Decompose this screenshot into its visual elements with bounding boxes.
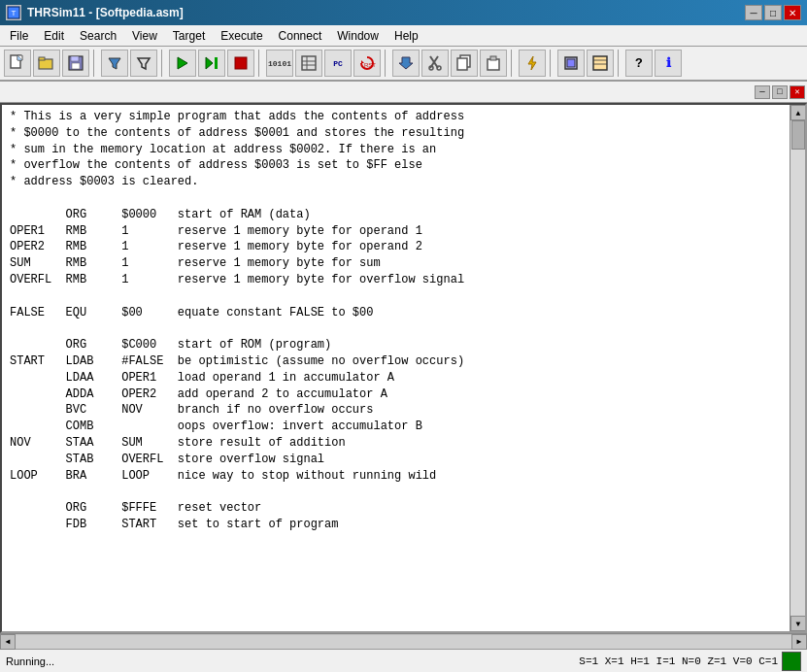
toolbar-cut[interactable] xyxy=(421,50,449,77)
status-running: Running... xyxy=(6,655,54,667)
sep6 xyxy=(550,50,554,77)
toolbar-help-btn[interactable]: ? xyxy=(625,50,653,77)
menu-file[interactable]: File xyxy=(2,25,36,46)
minimize-button[interactable]: ─ xyxy=(745,5,762,20)
scroll-up-arrow[interactable]: ▲ xyxy=(790,105,806,120)
toolbar-run[interactable] xyxy=(169,50,196,77)
menu-edit[interactable]: Edit xyxy=(36,25,72,46)
svg-rect-29 xyxy=(490,56,496,60)
toolbar-mem-view[interactable] xyxy=(295,50,322,77)
toolbar-reset[interactable]: RST xyxy=(353,50,381,77)
svg-marker-21 xyxy=(399,57,413,69)
sep2 xyxy=(161,50,165,77)
status-registers: S=1 X=1 H=1 I=1 N=0 Z=1 V=0 C=1 xyxy=(579,655,778,667)
sep7 xyxy=(618,50,622,77)
status-bar: Running... S=1 X=1 H=1 I=1 N=0 Z=1 V=0 C… xyxy=(0,649,807,672)
svg-marker-10 xyxy=(138,58,150,69)
svg-marker-11 xyxy=(178,57,187,69)
toolbar: 10101 PC RST ? ℹ xyxy=(0,47,807,82)
inner-menu-bar: ─ □ ✕ xyxy=(0,82,807,103)
inner-close[interactable]: ✕ xyxy=(790,85,805,99)
svg-rect-28 xyxy=(488,59,499,70)
svg-marker-9 xyxy=(109,58,120,69)
menu-connect[interactable]: Connect xyxy=(271,25,330,46)
menu-bar: File Edit Search View Target Execute Con… xyxy=(0,25,807,47)
toolbar-open[interactable] xyxy=(33,50,60,77)
toolbar-pc[interactable]: PC xyxy=(324,50,352,77)
svg-rect-27 xyxy=(457,58,467,70)
inner-minimize[interactable]: ─ xyxy=(755,85,770,99)
svg-rect-33 xyxy=(593,56,607,70)
code-container: * This is a very simple program that add… xyxy=(0,103,807,633)
svg-text:T: T xyxy=(12,9,17,17)
svg-text:RST: RST xyxy=(364,62,376,68)
title-bar-left: T THRSim11 - [Softpedia.asm] xyxy=(6,5,184,20)
menu-view[interactable]: View xyxy=(124,25,165,46)
window-title: THRSim11 - [Softpedia.asm] xyxy=(27,6,184,19)
svg-rect-7 xyxy=(71,56,79,61)
toolbar-filter2[interactable] xyxy=(130,50,157,77)
svg-rect-32 xyxy=(567,59,575,67)
menu-execute[interactable]: Execute xyxy=(213,25,270,46)
scroll-down-arrow[interactable]: ▼ xyxy=(790,616,806,631)
hscroll-track xyxy=(16,635,791,649)
status-indicator xyxy=(782,652,801,671)
toolbar-lightning[interactable] xyxy=(519,50,546,77)
inner-maximize[interactable]: □ xyxy=(772,85,788,99)
inner-menu-right: ─ □ ✕ xyxy=(755,85,805,99)
horizontal-scrollbar: ◀ ▶ xyxy=(0,633,807,649)
maximize-button[interactable]: □ xyxy=(764,5,782,20)
toolbar-save[interactable] xyxy=(62,50,89,77)
window-controls: ─ □ ✕ xyxy=(745,5,801,20)
toolbar-step[interactable] xyxy=(198,50,225,77)
toolbar-copy[interactable] xyxy=(451,50,478,77)
sep5 xyxy=(511,50,515,77)
menu-help[interactable]: Help xyxy=(387,25,426,46)
toolbar-new[interactable] xyxy=(4,50,31,77)
app-icon: T xyxy=(6,5,21,20)
sep3 xyxy=(258,50,262,77)
toolbar-10101[interactable]: 10101 xyxy=(266,50,293,77)
svg-marker-12 xyxy=(206,57,213,69)
menu-window[interactable]: Window xyxy=(329,25,387,46)
title-bar: T THRSim11 - [Softpedia.asm] ─ □ ✕ xyxy=(0,0,807,25)
scroll-thumb[interactable] xyxy=(791,120,805,150)
sep4 xyxy=(385,50,388,77)
svg-point-25 xyxy=(437,66,441,70)
status-right: S=1 X=1 H=1 I=1 N=0 Z=1 V=0 C=1 xyxy=(579,652,801,671)
svg-marker-30 xyxy=(528,56,536,70)
toolbar-download[interactable] xyxy=(392,50,420,77)
close-button[interactable]: ✕ xyxy=(784,5,801,20)
scroll-left-arrow[interactable]: ◀ xyxy=(0,634,16,650)
svg-rect-5 xyxy=(39,57,45,60)
menu-search[interactable]: Search xyxy=(72,25,124,46)
menu-target[interactable]: Target xyxy=(165,25,213,46)
svg-rect-14 xyxy=(235,57,247,69)
sep1 xyxy=(93,50,97,77)
code-editor[interactable]: * This is a very simple program that add… xyxy=(2,105,805,631)
toolbar-info-btn[interactable]: ℹ xyxy=(655,50,682,77)
toolbar-paste[interactable] xyxy=(480,50,507,77)
toolbar-stop[interactable] xyxy=(227,50,254,77)
svg-rect-8 xyxy=(72,63,80,69)
toolbar-filter1[interactable] xyxy=(101,50,128,77)
toolbar-cpu-view[interactable] xyxy=(557,50,585,77)
scroll-track xyxy=(790,120,805,616)
svg-rect-15 xyxy=(302,56,316,70)
svg-rect-13 xyxy=(215,57,218,69)
vertical-scrollbar[interactable]: ▲ ▼ xyxy=(790,105,805,631)
scroll-right-arrow[interactable]: ▶ xyxy=(791,634,807,650)
toolbar-mem2-view[interactable] xyxy=(587,50,614,77)
